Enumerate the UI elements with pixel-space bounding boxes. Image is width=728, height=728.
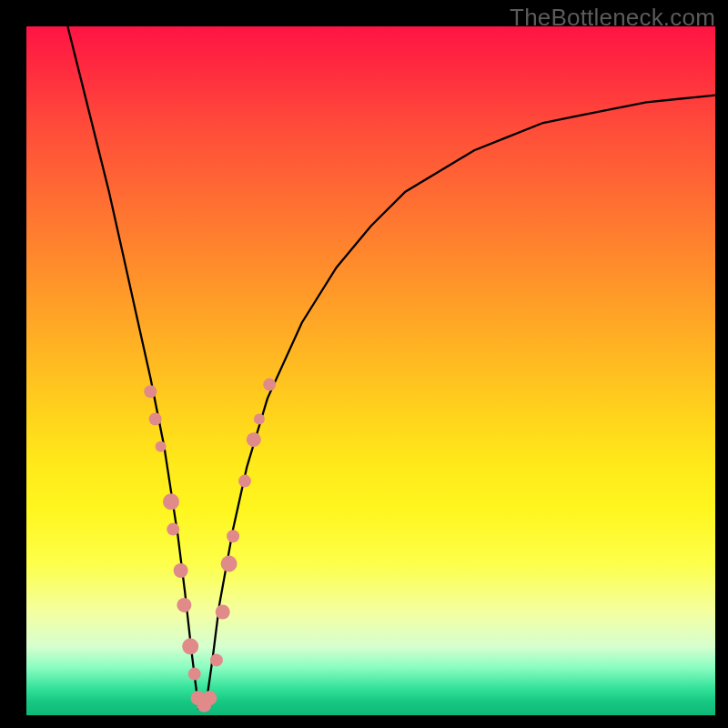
- bead-marker: [144, 385, 157, 398]
- bead-marker: [238, 475, 251, 488]
- bead-marker: [247, 432, 261, 447]
- bead-marker: [163, 493, 179, 510]
- bead-marker: [216, 605, 230, 620]
- bead-marker: [202, 691, 217, 705]
- bead-marker: [221, 556, 238, 572]
- bead-group: [144, 379, 276, 713]
- plot-area: [26, 26, 715, 715]
- bead-marker: [188, 668, 201, 681]
- bead-marker: [254, 414, 265, 425]
- watermark-text: TheBottleneck.com: [510, 4, 715, 32]
- bead-marker: [156, 441, 167, 452]
- bottleneck-curve: [67, 26, 715, 708]
- bead-marker: [174, 563, 188, 578]
- bead-marker: [177, 598, 191, 612]
- chart-frame: TheBottleneck.com: [0, 0, 728, 728]
- bead-marker: [210, 653, 223, 666]
- bead-marker: [182, 638, 198, 654]
- bead-marker: [263, 379, 276, 391]
- bead-marker: [167, 523, 179, 536]
- bead-marker: [227, 530, 239, 542]
- bead-marker: [149, 413, 162, 426]
- curve-svg: [26, 26, 715, 715]
